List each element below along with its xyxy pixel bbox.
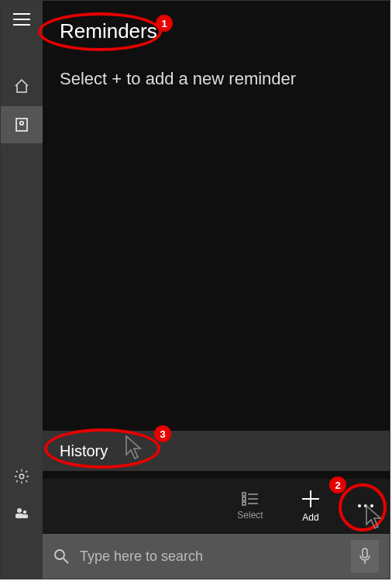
- empty-state-hint: Select + to add a new reminder: [60, 69, 296, 89]
- svg-rect-14: [242, 502, 246, 505]
- history-label: History: [60, 442, 108, 460]
- svg-point-6: [17, 508, 22, 513]
- home-icon: [13, 77, 30, 95]
- settings-button[interactable]: [1, 458, 43, 495]
- svg-point-8: [23, 511, 26, 514]
- ellipsis-icon: [356, 503, 375, 509]
- history-menu-item[interactable]: History: [43, 431, 390, 471]
- notebook-button[interactable]: [1, 106, 43, 143]
- search-icon: [53, 548, 69, 564]
- people-icon: [13, 505, 30, 522]
- select-label: Select: [237, 510, 263, 521]
- svg-rect-10: [242, 493, 246, 496]
- feedback-button[interactable]: [1, 495, 43, 532]
- select-button[interactable]: Select: [225, 481, 275, 531]
- plus-icon: [301, 489, 321, 509]
- svg-point-19: [364, 504, 367, 507]
- select-list-icon: [242, 491, 259, 507]
- hamburger-menu-button[interactable]: [1, 1, 43, 38]
- svg-rect-23: [363, 548, 367, 558]
- svg-rect-7: [15, 514, 23, 518]
- search-placeholder: Type here to search: [80, 548, 351, 565]
- svg-point-20: [370, 504, 373, 507]
- svg-point-5: [19, 474, 24, 479]
- cortana-reminders-window: Reminders Select + to add a new reminder…: [0, 0, 390, 579]
- svg-rect-12: [242, 497, 246, 500]
- mic-button[interactable]: [351, 540, 379, 572]
- search-bar[interactable]: Type here to search: [43, 534, 390, 579]
- svg-point-21: [55, 550, 64, 559]
- content-area: Reminders Select + to add a new reminder: [43, 1, 390, 431]
- more-button[interactable]: [346, 481, 385, 531]
- add-label: Add: [302, 512, 318, 523]
- command-bar: Select Add: [43, 479, 390, 533]
- svg-point-4: [20, 122, 23, 125]
- svg-line-22: [64, 559, 68, 563]
- notebook-icon: [13, 116, 30, 133]
- hamburger-icon: [13, 13, 30, 26]
- left-rail: [1, 1, 43, 579]
- svg-point-18: [358, 504, 361, 507]
- home-button[interactable]: [1, 67, 43, 105]
- add-button[interactable]: Add: [286, 481, 335, 531]
- gear-icon: [13, 468, 30, 485]
- mic-icon: [359, 548, 370, 565]
- page-title: Reminders: [60, 19, 157, 43]
- svg-rect-9: [22, 514, 28, 518]
